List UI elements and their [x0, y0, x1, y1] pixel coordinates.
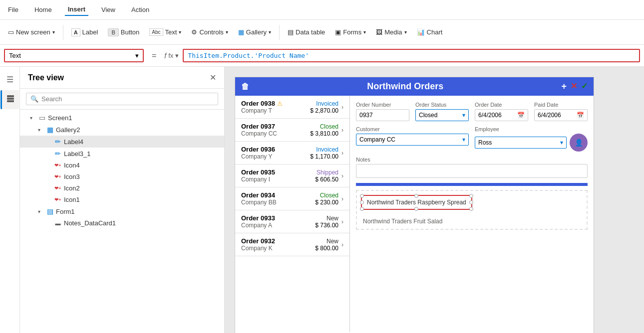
- fx-italic: f: [164, 52, 166, 60]
- paid-date-value: 6/4/2006: [538, 112, 575, 119]
- main-layout: ☰ Tree view ✕ 🔍 ▾ ▭ Screen1: [0, 67, 644, 333]
- product-name-label: Northwind Traders Raspberry Spread: [367, 199, 466, 206]
- menu-file[interactable]: File: [5, 4, 21, 15]
- hamburger-menu-button[interactable]: ☰: [2, 71, 17, 88]
- media-button[interactable]: 🖼 Media ▾: [372, 26, 410, 38]
- employee-avatar: 👤: [570, 134, 588, 152]
- chevron-down-icon: ▾: [226, 29, 228, 35]
- product-label-box[interactable]: Northwind Traders Raspberry Spread: [361, 195, 472, 210]
- toolbar: ▭ New screen ▾ A Label B Button Abc Text…: [0, 20, 644, 45]
- app-header: 🗑 Northwind Orders + ✕ ✓: [235, 77, 594, 96]
- close-icon[interactable]: ✕: [571, 81, 577, 92]
- formula-input[interactable]: ThisItem.Product.'Product Name': [183, 49, 640, 62]
- formula-dropdown[interactable]: Text ▾: [4, 49, 144, 62]
- checkmark-icon[interactable]: ✓: [581, 81, 588, 92]
- menu-home[interactable]: Home: [31, 4, 55, 15]
- gallery-company-label: Company K: [241, 245, 273, 252]
- app-preview: 🗑 Northwind Orders + ✕ ✓ Ord: [235, 77, 594, 333]
- customer-field: Customer Company CC ▾: [356, 126, 469, 152]
- gallery-company-label: Company CC: [241, 130, 277, 137]
- gallery-item[interactable]: Order 0936 Invoiced Company Y $ 1,170.00…: [235, 142, 349, 165]
- gallery-order-label: Order 0937: [241, 123, 275, 130]
- gallery-item[interactable]: Order 0933 New Company A $ 736.00 ›: [235, 210, 349, 233]
- layers-icon-button[interactable]: [0, 90, 19, 109]
- gallery-amount-label: $ 800.00: [315, 245, 338, 252]
- chevron-right-icon: ›: [341, 195, 343, 202]
- label-icon: ✏: [54, 150, 62, 158]
- tree-item-icon4[interactable]: ▸ ❤+ Icon4: [20, 160, 224, 171]
- button-button[interactable]: B Button: [104, 26, 143, 38]
- formula-text: ThisItem.Product.'Product Name': [188, 52, 309, 59]
- tree-item-screen1[interactable]: ▾ ▭ Screen1: [20, 112, 224, 124]
- tree-item-label4[interactable]: ▸ ✏ Label4: [20, 136, 224, 148]
- app-content: Order 0938 ⚠ Invoiced Company T $ 2,870.…: [235, 96, 594, 332]
- gallery-item[interactable]: Order 0938 ⚠ Invoiced Company T $ 2,870.…: [235, 96, 349, 119]
- tree-item-form1[interactable]: ▾ ▤ Form1: [20, 205, 224, 217]
- menu-action[interactable]: Action: [128, 4, 152, 15]
- tree-item-notes-datacard1[interactable]: ▸ ▬ Notes_DataCard1: [20, 217, 224, 229]
- order-number-field: Order Number: [356, 102, 409, 121]
- chart-icon: 📊: [417, 28, 425, 36]
- menu-view[interactable]: View: [98, 4, 118, 15]
- menu-insert[interactable]: Insert: [65, 3, 88, 16]
- chevron-down-icon: ▾: [179, 29, 181, 35]
- paid-date-input[interactable]: 6/4/2006 📅: [534, 109, 588, 121]
- gallery-item[interactable]: Order 0937 Closed Company CC $ 3,810.00 …: [235, 119, 349, 142]
- order-number-input[interactable]: [356, 109, 409, 121]
- gallery-item-info: Order 0935 Shipped Company I $ 606.50: [241, 168, 338, 183]
- chevron-down-icon: ▾: [269, 29, 271, 35]
- trash-icon[interactable]: 🗑: [241, 82, 249, 91]
- notes-label: Notes: [356, 157, 588, 163]
- gallery-button[interactable]: ▦ Gallery ▾: [234, 26, 275, 38]
- label-button[interactable]: A Label: [67, 26, 102, 38]
- product-name-below: Northwind Traders Fruit Salad: [361, 218, 583, 225]
- notes-input[interactable]: [356, 164, 588, 178]
- order-status-select[interactable]: Closed ▾: [415, 109, 469, 121]
- gallery-amount-label: $ 1,170.00: [310, 153, 338, 160]
- search-input[interactable]: [41, 95, 214, 103]
- gallery-company-label: Company A: [241, 222, 272, 229]
- employee-select[interactable]: Ross ▾: [475, 137, 567, 149]
- gallery-item-info: Order 0932 New Company K $ 800.00: [241, 237, 338, 252]
- tree-item-icon2[interactable]: ▸ ❤+ Icon2: [20, 182, 224, 194]
- form-icon: ▤: [46, 207, 54, 215]
- gallery-item[interactable]: Order 0935 Shipped Company I $ 606.50 ›: [235, 165, 349, 187]
- tree-item-icon3[interactable]: ▸ ❤+ Icon3: [20, 171, 224, 182]
- order-date-input[interactable]: 6/4/2006 📅: [475, 109, 528, 121]
- new-screen-icon: ▭: [8, 28, 14, 36]
- canvas: 🗑 Northwind Orders + ✕ ✓ Ord: [225, 67, 644, 333]
- gallery-order-label: Order 0935: [241, 168, 275, 176]
- screen-icon: ▭: [38, 114, 46, 122]
- data-table-button[interactable]: ▤ Data table: [284, 26, 329, 38]
- chevron-right-icon: ›: [341, 150, 343, 157]
- gallery-item[interactable]: Order 0932 New Company K $ 800.00 ›: [235, 233, 349, 256]
- tree-label-label4: Label4: [64, 138, 83, 146]
- search-input-wrap[interactable]: 🔍: [26, 93, 218, 105]
- chevron-right-icon: ›: [341, 172, 343, 179]
- button-icon: B: [108, 28, 118, 36]
- tree-item-gallery2[interactable]: ▾ ▦ Gallery2: [20, 124, 224, 136]
- chevron-right-icon: ›: [341, 241, 343, 248]
- tree-item-icon1[interactable]: ▸ ❤+ Icon1: [20, 194, 224, 205]
- text-button[interactable]: Abc Text ▾: [145, 26, 185, 38]
- paid-date-field: Paid Date 6/4/2006 📅: [534, 102, 588, 121]
- avatar-image: 👤: [575, 139, 583, 147]
- formula-equals: =: [148, 51, 160, 60]
- fx-label: fx: [168, 52, 173, 59]
- add-icon[interactable]: +: [561, 81, 567, 92]
- tree-view: ▾ ▭ Screen1 ▾ ▦ Gallery2 ▸ ✏ Label4 ▸ ✏ …: [20, 110, 224, 333]
- tree-item-label3-1[interactable]: ▸ ✏ Label3_1: [20, 148, 224, 160]
- gallery-item[interactable]: Order 0934 Closed Company BB $ 230.00 ›: [235, 187, 349, 210]
- svg-rect-0: [7, 95, 14, 97]
- chart-button[interactable]: 📊 Chart: [413, 26, 447, 38]
- close-icon[interactable]: ✕: [210, 73, 216, 82]
- gallery-item-info: Order 0936 Invoiced Company Y $ 1,170.00: [241, 146, 338, 160]
- customer-select[interactable]: Company CC ▾: [356, 134, 469, 146]
- forms-button[interactable]: ▣ Forms ▾: [331, 26, 370, 38]
- svg-rect-2: [7, 100, 14, 102]
- detail-row-1: Order Number Order Status Closed ▾ Order…: [356, 102, 588, 121]
- new-screen-button[interactable]: ▭ New screen ▾: [4, 26, 59, 38]
- controls-button[interactable]: ⚙ Controls ▾: [187, 26, 232, 38]
- sidebar: Tree view ✕ 🔍 ▾ ▭ Screen1 ▾ ▦ Gallery2: [20, 67, 225, 333]
- gallery-status-label: New: [326, 215, 338, 222]
